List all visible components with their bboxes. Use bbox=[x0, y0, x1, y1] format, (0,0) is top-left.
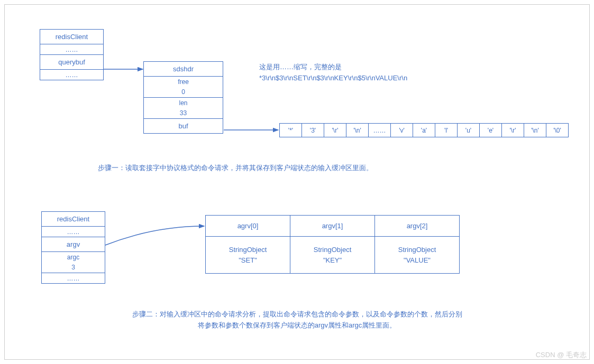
buf-cell: 'e' bbox=[480, 124, 502, 137]
buf-cell: '3' bbox=[302, 124, 324, 137]
buf-cell: …… bbox=[369, 124, 391, 137]
redisclient2-dots1: …… bbox=[42, 227, 105, 237]
argv-obj-label: StringObject bbox=[206, 245, 290, 255]
protocol-explanation: 这是用……缩写，完整的是 *3\r\n$3\r\nSET\r\n$3\r\nKE… bbox=[259, 62, 407, 84]
redisclient2-argc-label: argc bbox=[42, 252, 105, 263]
sdshdr-buf: buf bbox=[144, 119, 223, 134]
buf-cell: 'l' bbox=[435, 124, 458, 137]
step2-line2: 将参数和参数个数保存到客户端状态的argv属性和argc属性里面。 bbox=[0, 320, 594, 331]
argv-body-cell: StringObject"SET" bbox=[206, 237, 290, 274]
argv-body-cell: StringObject"KEY" bbox=[290, 237, 375, 274]
argv-obj-label: StringObject bbox=[375, 245, 459, 255]
buf-array: '*''3''\r''\n'……'v''a''l''u''e''\r''\n''… bbox=[279, 123, 569, 137]
explain-line1: 这是用……缩写，完整的是 bbox=[259, 62, 407, 73]
sdshdr-len-label: len bbox=[144, 98, 223, 108]
redisclient2-argv: argv bbox=[42, 237, 105, 252]
argv-obj-value: "SET" bbox=[206, 255, 290, 266]
argv-header-cell: argv[1] bbox=[290, 216, 375, 237]
redisclient1-box: redisClient …… querybuf …… bbox=[40, 29, 104, 80]
sdshdr-title: sdshdr bbox=[144, 62, 223, 77]
buf-cell: '\0' bbox=[546, 124, 569, 137]
buf-cell: 'u' bbox=[458, 124, 480, 137]
sdshdr-box: sdshdr free 0 len 33 buf bbox=[143, 61, 223, 134]
step2-text: 步骤二：对输入缓冲区中的命令请求分析，提取出命令请求包含的命令参数，以及命令参数… bbox=[0, 309, 594, 331]
redisclient1-dots2: …… bbox=[40, 70, 104, 80]
buf-cell: 'a' bbox=[413, 124, 435, 137]
argv-body-row: StringObject"SET"StringObject"KEY"String… bbox=[206, 237, 460, 274]
argv-header-cell: argv[2] bbox=[375, 216, 460, 237]
step1-text: 步骤一：读取套接字中协议格式的命令请求，并将其保存到客户端状态的输入缓冲区里面。 bbox=[98, 163, 373, 174]
argv-obj-value: "VALUE" bbox=[375, 255, 459, 266]
argv-body-cell: StringObject"VALUE" bbox=[375, 237, 460, 274]
buf-cell: '\r' bbox=[502, 124, 524, 137]
redisclient2-argc-value: 3 bbox=[42, 263, 105, 273]
explain-line2: *3\r\n$3\r\nSET\r\n$3\r\nKEY\r\n$5\r\nVA… bbox=[259, 73, 407, 84]
redisclient1-title: redisClient bbox=[40, 30, 104, 44]
redisclient2-dots2: …… bbox=[42, 273, 105, 284]
redisclient2-box: redisClient …… argv argc 3 …… bbox=[41, 211, 105, 284]
watermark: CSDN @ 毛奇志 bbox=[536, 350, 587, 360]
argv-obj-value: "KEY" bbox=[290, 255, 374, 266]
buf-cell: '\n' bbox=[524, 124, 546, 137]
buf-cell: '\n' bbox=[346, 124, 369, 137]
redisclient1-dots1: …… bbox=[40, 44, 104, 55]
sdshdr-free-label: free bbox=[144, 77, 223, 87]
argv-header-row: agrv[0]argv[1]argv[2] bbox=[206, 216, 460, 237]
sdshdr-len-value: 33 bbox=[144, 108, 223, 119]
redisclient2-title: redisClient bbox=[42, 212, 105, 227]
buf-cell: 'v' bbox=[391, 124, 413, 137]
argv-obj-label: StringObject bbox=[290, 245, 374, 255]
step2-line1: 步骤二：对输入缓冲区中的命令请求分析，提取出命令请求包含的命令参数，以及命令参数… bbox=[0, 309, 594, 320]
argv-table: agrv[0]argv[1]argv[2] StringObject"SET"S… bbox=[205, 215, 460, 274]
redisclient1-querybuf: querybuf bbox=[40, 55, 104, 70]
argv-header-cell: agrv[0] bbox=[206, 216, 290, 237]
sdshdr-free-value: 0 bbox=[144, 87, 223, 98]
buf-cell: '*' bbox=[280, 124, 302, 137]
buf-cell: '\r' bbox=[324, 124, 346, 137]
buf-array-row: '*''3''\r''\n'……'v''a''l''u''e''\r''\n''… bbox=[280, 124, 569, 137]
